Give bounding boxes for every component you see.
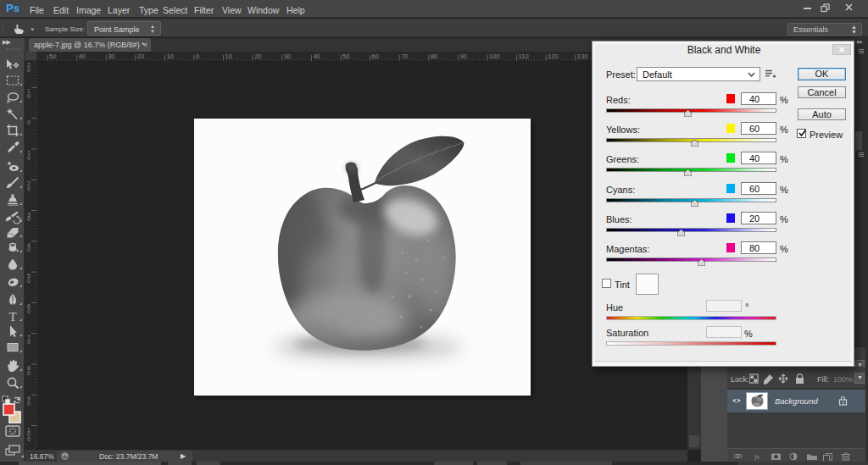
- svg-text:T: T: [8, 310, 16, 324]
- svg-text:30: 30: [284, 53, 291, 60]
- svg-text:90: 90: [459, 53, 466, 60]
- svg-text:20: 20: [137, 53, 144, 60]
- svg-text:40: 40: [79, 53, 86, 60]
- svg-text:0: 0: [27, 308, 31, 314]
- svg-text:0: 0: [27, 119, 31, 125]
- svg-text:110: 110: [519, 53, 529, 60]
- svg-text:0: 0: [27, 370, 31, 376]
- svg-text:fx: fx: [754, 452, 760, 461]
- svg-text:50: 50: [49, 53, 56, 60]
- svg-text:20: 20: [254, 53, 261, 60]
- svg-text:80: 80: [431, 53, 437, 60]
- svg-text:120: 120: [548, 53, 559, 60]
- svg-text:0: 0: [27, 401, 31, 407]
- svg-text:0: 0: [27, 436, 31, 442]
- svg-text:0: 0: [27, 278, 31, 284]
- svg-text:10: 10: [166, 53, 173, 60]
- svg-text:0: 0: [27, 185, 31, 191]
- svg-text:130: 130: [577, 53, 588, 60]
- svg-text:0: 0: [27, 216, 31, 222]
- svg-text:50: 50: [342, 53, 349, 60]
- svg-text:0: 0: [27, 93, 31, 99]
- svg-text:40: 40: [313, 53, 320, 60]
- svg-text:30: 30: [108, 53, 114, 60]
- svg-text:60: 60: [372, 53, 379, 60]
- svg-text:0: 0: [27, 339, 31, 345]
- svg-text:10: 10: [225, 53, 232, 60]
- svg-text:0: 0: [196, 53, 199, 60]
- svg-text:100: 100: [489, 53, 500, 60]
- svg-text:70: 70: [401, 53, 408, 60]
- svg-text:0: 0: [27, 67, 31, 73]
- svg-text:0: 0: [27, 155, 31, 161]
- svg-text:0: 0: [27, 246, 31, 252]
